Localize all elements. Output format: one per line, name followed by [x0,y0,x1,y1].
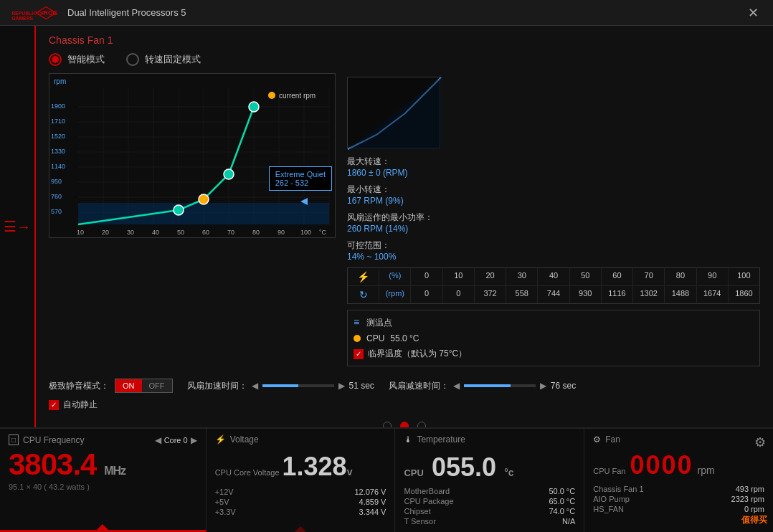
rpm-table: ⚡ (%) 0 10 20 30 40 50 60 70 80 90 100 [347,267,760,304]
cpu-package-value: 65.0 °C [549,497,575,505]
accel-right-arrow[interactable]: ▶ [338,381,345,391]
min-speed-info: 最小转速： 167 RPM (9%) [347,184,760,206]
smart-mode-radio[interactable] [49,53,62,66]
fan-icon: ⚙ [593,434,601,445]
auto-stop-checkbox[interactable]: ✓ [49,400,59,410]
rpm-v90: 1674 [697,286,729,303]
rpm-v60: 1116 [602,286,633,303]
cpu-temp-big-row: CPU 055.0 °c [404,449,575,484]
svg-rect-43 [78,203,329,224]
decel-slider[interactable]: ◀ ▶ [453,381,546,391]
rpm-table-row-percent: ⚡ (%) 0 10 20 30 40 50 60 70 80 90 100 [348,268,759,286]
cpu-freq-title: □ CPU Frequency ◀ Core 0 ▶ [9,434,197,445]
left-sidebar: ☰→ [0,26,36,427]
svg-text:ROG: ROG [44,9,58,16]
pct-70: 70 [633,268,665,285]
accel-time-control: 风扇加速时间： ◀ ▶ 51 sec [187,380,374,392]
on-button[interactable]: ON [115,379,142,392]
pct-60: 60 [602,268,633,285]
chassis-fan-row: Chassis Fan 1 493 rpm [593,485,764,493]
cpu-temp-name: CPU [366,333,384,343]
chipset-label: Chipset [404,507,430,516]
svg-text:570: 570 [51,208,62,215]
svg-text:30: 30 [127,229,134,236]
sidebar-arrow-icon[interactable]: ☰→ [4,218,31,235]
min-speed-label: 最小转速： [347,184,760,196]
fixed-mode-radio[interactable] [126,53,139,66]
max-speed-label: 最大转速： [347,156,760,168]
accel-track [262,384,334,387]
rpm-v80: 1488 [665,286,696,303]
decel-right-arrow[interactable]: ▶ [540,381,546,391]
hs-fan-value: 0 rpm [744,505,764,513]
temperature-title: 🌡 Temperature [404,434,575,445]
12v-value: 12.076 V [354,488,386,496]
accel-fill [262,384,298,387]
voltage-title: ⚡ Voltage [215,434,386,445]
cpu-freq-detail: 95.1 × 40 ( 43.2 watts ) [9,483,197,491]
cpu-temp-value: 55.0 °C [390,333,419,343]
accel-slider[interactable]: ◀ ▶ [252,381,345,391]
svg-text:1900: 1900 [51,103,65,110]
svg-point-47 [249,102,259,112]
fan-chart[interactable]: rpm 1900 1710 1520 1330 1140 950 760 570 [49,73,336,238]
rpm-v100: 1860 [729,286,759,303]
volt-indicator [295,526,306,532]
status-bar: □ CPU Frequency ◀ Core 0 ▶ 3803.4 MHz 95… [0,427,773,532]
svg-point-46 [224,169,234,179]
svg-text:1140: 1140 [51,163,65,170]
cpu-frequency-section: □ CPU Frequency ◀ Core 0 ▶ 3803.4 MHz 95… [0,429,207,532]
rpm-v30: 558 [506,286,538,303]
settings-gear-icon[interactable]: ⚙ [754,434,766,450]
close-button[interactable]: ✕ [742,5,764,21]
cpu-core-nav[interactable]: ◀ Core 0 ▶ [155,435,197,445]
svg-text:950: 950 [51,178,62,185]
critical-temp-checkbox[interactable]: ✓ [354,349,364,359]
svg-text:1710: 1710 [51,118,65,125]
silent-mode-toggle[interactable]: ON OFF [115,379,173,393]
core-next-button[interactable]: ▶ [191,435,197,445]
12v-row: +12V 12.076 V [215,488,386,496]
svg-text:10: 10 [77,229,84,236]
motherboard-value: 50.0 °C [549,487,575,495]
min-power-label: 风扇运作的最小功率： [347,212,760,224]
pct-80: 80 [665,268,696,285]
fan-status-title: ⚙ Fan [593,434,764,445]
titlebar: REPUBLIC OF GAMERS ROG Dual Intelligent … [0,0,773,26]
range-label: 可控范围： [347,239,760,252]
3v3-value: 3.344 V [359,508,386,516]
cpu-fan-unit: rpm [698,465,715,476]
5v-label: +5V [215,498,229,506]
aio-pump-row: AIO Pump 2323 rpm [593,495,764,503]
3v3-label: +3.3V [215,508,236,516]
accel-left-arrow[interactable]: ◀ [252,381,258,391]
cpu-core-voltage-row: CPU Core Voltage 1.328v [215,449,386,485]
svg-text:rpm: rpm [54,77,66,85]
temperature-title-text: Temperature [417,434,465,445]
12v-label: +12V [215,488,234,496]
auto-stop-label: 自动静止 [63,399,98,411]
right-info-panel: 最大转速： 1860 ± 0 (RPM) 最小转速： 167 RPM (9%) … [347,73,760,370]
off-button[interactable]: OFF [142,379,172,392]
pct-90: 90 [697,268,729,285]
fan-title-text: Fan [605,434,620,445]
fan-spin-icon: ↻ [348,286,379,303]
svg-text:760: 760 [51,193,62,200]
cpu-freq-value: 3803.4 MHz [9,450,197,480]
svg-text:1520: 1520 [51,133,65,140]
svg-text:80: 80 [252,229,260,236]
t-sensor-value: N/A [562,517,575,526]
cpu-core-voltage-value: 1.328v [283,452,353,482]
chipset-value: 74.0 °C [549,507,575,516]
svg-text:°C: °C [319,229,327,236]
decel-left-arrow[interactable]: ◀ [453,381,460,391]
chipset-row: Chipset 74.0 °C [404,507,575,516]
core-prev-button[interactable]: ◀ [155,435,161,445]
rpm-v70: 1302 [633,286,665,303]
range-info: 可控范围： 14% ~ 100% [347,239,760,262]
3v3-row: +3.3V 3.344 V [215,508,386,516]
accel-time-label: 风扇加速时间： [187,380,247,392]
bolt-icon: ⚡ [215,434,226,445]
smart-mode-option[interactable]: 智能模式 [49,53,105,66]
fixed-mode-option[interactable]: 转速固定模式 [126,53,201,66]
